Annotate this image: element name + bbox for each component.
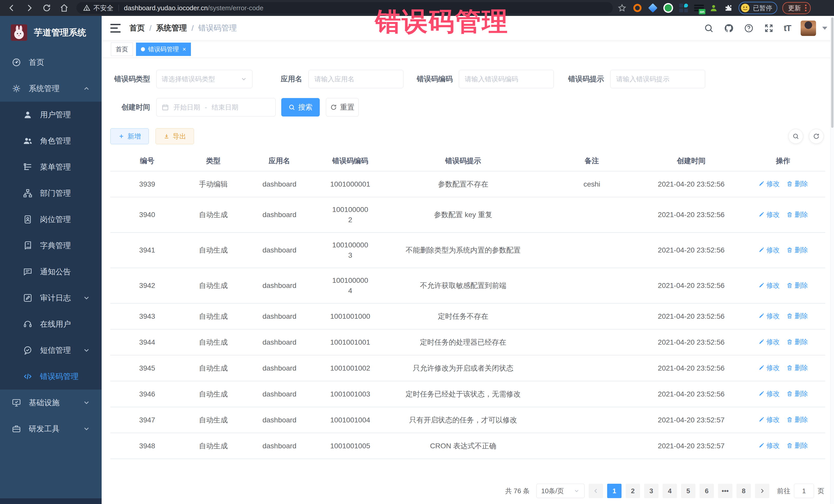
delete-link[interactable]: 删除	[787, 440, 808, 451]
edit-link[interactable]: 修改	[758, 440, 780, 451]
next-page-button[interactable]	[755, 484, 769, 498]
fullscreen-icon[interactable]	[764, 23, 774, 34]
page-button-4[interactable]: 4	[663, 484, 677, 498]
trash-icon	[787, 442, 793, 448]
page-button-1[interactable]: 1	[607, 484, 621, 498]
browser-profile-chip[interactable]: 已暂停	[739, 2, 777, 14]
page-button-2[interactable]: 2	[626, 484, 640, 498]
error-type-select[interactable]: 请选择错误码类型	[156, 70, 253, 88]
sidebar-item-角色管理[interactable]: 角色管理	[0, 128, 102, 154]
page-button-8[interactable]: 8	[737, 484, 751, 498]
bookmark-star-icon[interactable]	[617, 3, 627, 13]
edit-link[interactable]: 修改	[758, 280, 780, 290]
browser-update-button[interactable]: 更新	[783, 2, 811, 14]
sidebar-item-系统管理[interactable]: 系统管理	[0, 75, 102, 102]
extension-gem-icon[interactable]	[648, 3, 658, 13]
sidebar-item-在线用户[interactable]: 在线用户	[0, 311, 102, 337]
page-button-6[interactable]: 6	[700, 484, 714, 498]
page-button-3[interactable]: 3	[644, 484, 658, 498]
sidebar-item-首页[interactable]: 首页	[0, 49, 102, 75]
address-bar[interactable]: 不安全 dashboard.yudao.iocoder.cn/system/er…	[76, 2, 613, 14]
export-button[interactable]: 导出	[155, 128, 194, 144]
avatar-caret-down-icon[interactable]	[822, 27, 827, 30]
delete-link[interactable]: 删除	[787, 245, 808, 255]
delete-link[interactable]: 删除	[787, 389, 808, 399]
error-hint-input[interactable]	[610, 70, 705, 88]
app-logo-row[interactable]: 芋道管理系统	[0, 16, 102, 49]
sidebar-item-部门管理[interactable]: 部门管理	[0, 180, 102, 206]
sidebar-item-岗位管理[interactable]: 岗位管理	[0, 206, 102, 233]
search-icon[interactable]	[704, 23, 714, 34]
sidebar-item-审计日志[interactable]: 审计日志	[0, 285, 102, 311]
sidebar-item-研发工具[interactable]: 研发工具	[0, 416, 102, 442]
delete-link[interactable]: 删除	[787, 414, 808, 425]
tag-首页[interactable]: 首页	[111, 43, 133, 56]
error-code-input[interactable]	[459, 70, 554, 88]
delete-link[interactable]: 删除	[787, 179, 808, 189]
extension-ring-icon[interactable]	[632, 3, 642, 13]
extension-person-icon[interactable]	[709, 4, 718, 12]
breadcrumb-item[interactable]: 系统管理	[156, 23, 187, 34]
font-size-icon[interactable]: tT	[784, 23, 791, 33]
goto-label: 前往	[777, 486, 790, 496]
edit-pen-icon	[758, 391, 765, 397]
delete-link[interactable]: 删除	[787, 280, 808, 290]
sidebar-item-基础设施[interactable]: 基础设施	[0, 390, 102, 416]
more-pages-button[interactable]: •••	[718, 484, 732, 498]
prev-page-button[interactable]	[589, 484, 603, 498]
sidebar-item-字典管理[interactable]: 字典管理	[0, 233, 102, 259]
tag-错误码管理[interactable]: 错误码管理×	[136, 43, 191, 56]
sidebar-item-错误码管理[interactable]: 错误码管理	[0, 364, 102, 390]
home-icon[interactable]	[59, 2, 70, 14]
refresh-icon-button[interactable]	[809, 129, 824, 144]
dashboard-icon	[12, 58, 21, 67]
scrollbar-thumb[interactable]	[831, 18, 833, 128]
add-button[interactable]: 新增	[110, 128, 149, 144]
browser-menu-icon[interactable]	[805, 5, 807, 11]
trash-icon	[787, 416, 793, 423]
page-scrollbar[interactable]	[830, 16, 834, 504]
search-button[interactable]: 搜索	[281, 98, 320, 116]
edit-link[interactable]: 修改	[758, 363, 780, 373]
security-label[interactable]: 不安全	[93, 4, 113, 13]
back-icon[interactable]	[6, 2, 18, 14]
table-row: 3941自动生成dashboard1001000003不能删除类型为系统内置的参…	[110, 233, 825, 268]
extensions-puzzle-icon[interactable]	[723, 3, 733, 13]
page-button-5[interactable]: 5	[681, 484, 696, 498]
extension-onetab-icon[interactable]: on	[694, 3, 704, 13]
goto-page-input[interactable]	[794, 484, 814, 498]
sidebar-item-菜单管理[interactable]: 菜单管理	[0, 154, 102, 180]
help-icon[interactable]	[744, 23, 754, 34]
edit-link[interactable]: 修改	[758, 311, 780, 321]
extension-v-icon[interactable]	[663, 3, 673, 13]
hamburger-fold-icon[interactable]	[110, 24, 120, 32]
sidebar-item-短信管理[interactable]: 短信管理	[0, 337, 102, 364]
edit-link[interactable]: 修改	[758, 414, 780, 425]
table-row: 3946自动生成dashboard1001001003定时任务已经处于该状态，无…	[110, 381, 825, 407]
extension-grid-icon[interactable]	[679, 3, 689, 13]
forward-icon[interactable]	[24, 2, 35, 14]
edit-link[interactable]: 修改	[758, 337, 780, 347]
delete-link[interactable]: 删除	[787, 311, 808, 321]
reload-icon[interactable]	[41, 2, 52, 14]
column-header: 类型	[184, 151, 242, 171]
breadcrumb-item[interactable]: 首页	[129, 23, 145, 34]
page-size-select[interactable]: 10条/页	[536, 484, 585, 498]
edit-link[interactable]: 修改	[758, 210, 780, 220]
delete-link[interactable]: 删除	[787, 363, 808, 373]
active-dot-icon	[141, 47, 145, 51]
github-icon[interactable]	[724, 23, 734, 34]
sidebar-item-用户管理[interactable]: 用户管理	[0, 102, 102, 128]
reset-button[interactable]: 重置	[326, 98, 359, 116]
sidebar-item-通知公告[interactable]: 通知公告	[0, 259, 102, 285]
edit-link[interactable]: 修改	[758, 245, 780, 255]
app-name-input[interactable]	[308, 70, 403, 88]
date-range-picker[interactable]: 开始日期 - 结束日期	[156, 98, 276, 116]
close-icon[interactable]: ×	[182, 46, 186, 53]
user-avatar[interactable]	[800, 21, 816, 36]
edit-link[interactable]: 修改	[758, 179, 780, 189]
delete-link[interactable]: 删除	[787, 210, 808, 220]
edit-link[interactable]: 修改	[758, 389, 780, 399]
delete-link[interactable]: 删除	[787, 337, 808, 347]
toggle-search-icon-button[interactable]	[788, 129, 803, 144]
